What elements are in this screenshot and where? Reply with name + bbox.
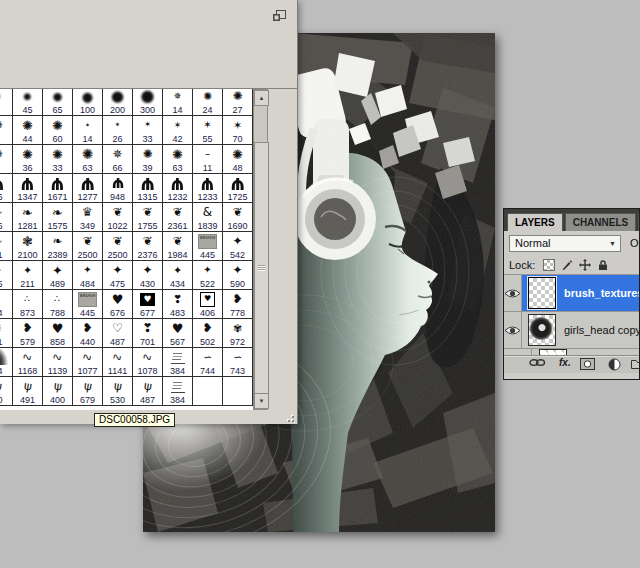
brush-preset-r3c2[interactable]: ✺36 <box>13 145 43 174</box>
layer-name[interactable]: girls_head copy <box>564 324 640 336</box>
brush-preset-r3c9[interactable]: ✺48 <box>223 145 253 174</box>
brush-preset-r11c7[interactable]: 384 <box>163 377 193 406</box>
brush-preset-r1c7[interactable]: ✵14 <box>163 89 193 116</box>
brush-preset-r2c6[interactable]: ✶33 <box>133 116 163 145</box>
brush-preset-r7c5[interactable]: ✦475 <box>103 261 133 290</box>
brush-preset-r10c8[interactable]: ∽744 <box>193 348 223 377</box>
brush-preset-r10c1[interactable]: 04 <box>0 348 13 377</box>
layer-row-girls-head-copy[interactable]: girls_head copy <box>504 312 639 349</box>
brush-preset-r9c9[interactable]: ✾972 <box>223 319 253 348</box>
brush-preset-r6c3[interactable]: ❧2389 <box>43 232 73 261</box>
brush-preset-r9c5[interactable]: ♡487 <box>103 319 133 348</box>
brush-preset-r2c2[interactable]: ✺44 <box>13 116 43 145</box>
brush-preset-r11c9[interactable] <box>223 377 253 406</box>
brush-preset-r4c9[interactable]: Ψ1725 <box>223 174 253 203</box>
brush-preset-r6c8[interactable]: BRUSH445 <box>193 232 223 261</box>
brush-preset-r9c7[interactable]: ♥567 <box>163 319 193 348</box>
brush-preset-r4c7[interactable]: Ψ1232 <box>163 174 193 203</box>
brush-preset-r3c1[interactable]: ✺6 <box>0 145 13 174</box>
layer-row-brush-textures[interactable]: brush_textures <box>504 275 639 312</box>
lock-all-padlock-icon[interactable] <box>595 258 610 272</box>
brush-preset-r5c5[interactable]: ❦1022 <box>103 203 133 232</box>
brush-preset-r8c3[interactable]: ∴788 <box>43 290 73 319</box>
brush-preset-r10c9[interactable]: ∽743 <box>223 348 253 377</box>
brush-preset-r11c1[interactable]: ψ00 <box>0 377 13 406</box>
brush-preset-r6c7[interactable]: ❦1984 <box>163 232 193 261</box>
visibility-eye-icon[interactable] <box>504 312 522 348</box>
brush-preset-r2c3[interactable]: ✺60 <box>43 116 73 145</box>
brush-preset-r6c1[interactable]: ❧31 <box>0 232 13 261</box>
brush-preset-r8c9[interactable]: ❥778 <box>223 290 253 319</box>
brush-preset-r9c3[interactable]: ♥858 <box>43 319 73 348</box>
lock-transparency-icon[interactable] <box>541 258 556 272</box>
brush-preset-r11c5[interactable]: ψ530 <box>103 377 133 406</box>
brush-preset-r5c2[interactable]: ❧1281 <box>13 203 43 232</box>
brush-preset-r8c7[interactable]: ❣483 <box>163 290 193 319</box>
brush-preset-r5c4[interactable]: ♛349 <box>73 203 103 232</box>
layer-name[interactable]: brush_textures <box>564 287 640 299</box>
brush-preset-r10c7[interactable]: 384 <box>163 348 193 377</box>
brush-preset-r2c5[interactable]: ✶26 <box>103 116 133 145</box>
brush-preset-r11c2[interactable]: ψ491 <box>13 377 43 406</box>
tab-layers[interactable]: LAYERS <box>507 213 563 231</box>
brush-preset-r8c8[interactable]: ♥406 <box>193 290 223 319</box>
brush-preset-r10c3[interactable]: ∿1139 <box>43 348 73 377</box>
brush-preset-r8c2[interactable]: ∴873 <box>13 290 43 319</box>
brush-preset-r2c8[interactable]: ✶55 <box>193 116 223 145</box>
layer-thumbnail-transparent[interactable] <box>528 277 556 309</box>
brush-preset-r4c6[interactable]: Ψ1315 <box>133 174 163 203</box>
blend-mode-dropdown[interactable]: Normal ▼ <box>509 235 621 252</box>
brush-preset-r2c4[interactable]: ✶14 <box>73 116 103 145</box>
brush-preset-r1c5[interactable]: ●200 <box>103 89 133 116</box>
brush-preset-r11c4[interactable]: ψ679 <box>73 377 103 406</box>
add-layer-mask-icon[interactable] <box>580 358 595 370</box>
panel-flyout-icon[interactable] <box>272 9 287 23</box>
brush-preset-r4c1[interactable]: Ψ76 <box>0 174 13 203</box>
brush-preset-r6c9[interactable]: ✦542 <box>223 232 253 261</box>
brush-preset-r1c3[interactable]: ●65 <box>43 89 73 116</box>
brush-preset-r10c2[interactable]: ∿1168 <box>13 348 43 377</box>
brush-preset-r6c4[interactable]: ❦2500 <box>73 232 103 261</box>
brush-preset-r1c6[interactable]: ●300 <box>133 89 163 116</box>
brush-preset-r3c4[interactable]: ✺63 <box>73 145 103 174</box>
layer-style-fx-icon[interactable]: fx. <box>559 357 571 368</box>
tab-channels[interactable]: CHANNELS <box>565 213 637 231</box>
brush-preset-r11c3[interactable]: ψ400 <box>43 377 73 406</box>
scroll-thumb[interactable] <box>254 142 269 396</box>
brush-preset-r4c2[interactable]: Ψ1347 <box>13 174 43 203</box>
brush-preset-r5c3[interactable]: ❧1575 <box>43 203 73 232</box>
brush-preset-r6c6[interactable]: ❦2376 <box>133 232 163 261</box>
brush-preset-r7c9[interactable]: ✦590 <box>223 261 253 290</box>
brush-preset-r1c4[interactable]: ●100 <box>73 89 103 116</box>
brush-preset-r3c7[interactable]: ✺63 <box>163 145 193 174</box>
brush-preset-r1c9[interactable]: ✺27 <box>223 89 253 116</box>
brush-preset-r7c2[interactable]: ✦211 <box>13 261 43 290</box>
brush-preset-r10c6[interactable]: ∿1078 <box>133 348 163 377</box>
brush-preset-r5c6[interactable]: ❦1755 <box>133 203 163 232</box>
brush-preset-r5c1[interactable]: ❧56 <box>0 203 13 232</box>
brush-preset-r8c1[interactable]: ∴64 <box>0 290 13 319</box>
brush-preset-r2c1[interactable]: ✺6 <box>0 116 13 145</box>
layer-thumbnail-girl-artwork[interactable] <box>528 314 556 346</box>
brush-preset-r9c6[interactable]: ❣701 <box>133 319 163 348</box>
brush-preset-r7c8[interactable]: ✦522 <box>193 261 223 290</box>
brush-preset-r1c8[interactable]: ✺24 <box>193 89 223 116</box>
brush-preset-r11c6[interactable]: ψ487 <box>133 377 163 406</box>
brush-preset-r2c7[interactable]: ✶42 <box>163 116 193 145</box>
brush-preset-r7c1[interactable]: ✦95 <box>0 261 13 290</box>
scroll-down-button[interactable]: ▼ <box>254 393 269 409</box>
brush-preset-r1c2[interactable]: ●45 <box>13 89 43 116</box>
brush-preset-r5c7[interactable]: ❦2361 <box>163 203 193 232</box>
adjustment-layer-icon[interactable] <box>608 358 621 371</box>
link-layers-icon[interactable] <box>529 358 546 367</box>
brush-preset-r9c2[interactable]: ❥579 <box>13 319 43 348</box>
brush-preset-r10c4[interactable]: ∿1077 <box>73 348 103 377</box>
new-group-folder-icon[interactable] <box>631 358 640 369</box>
brush-preset-r3c6[interactable]: ✺39 <box>133 145 163 174</box>
brush-preset-r7c4[interactable]: ✦484 <box>73 261 103 290</box>
brush-preset-r6c5[interactable]: ❦2500 <box>103 232 133 261</box>
brush-preset-r8c6[interactable]: ♥677 <box>133 290 163 319</box>
brush-preset-r9c8[interactable]: ❥502 <box>193 319 223 348</box>
brush-preset-r10c5[interactable]: ∿1141 <box>103 348 133 377</box>
brush-preset-r4c3[interactable]: Ψ1671 <box>43 174 73 203</box>
